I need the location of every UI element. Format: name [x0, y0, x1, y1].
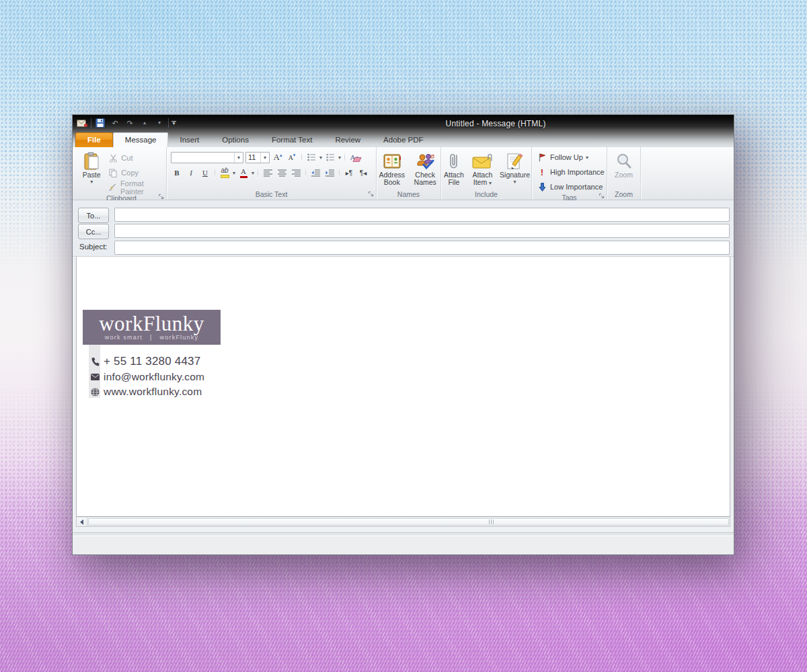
italic-button[interactable]: I: [185, 167, 197, 179]
magnifier-icon: [615, 151, 633, 171]
font-color-button[interactable]: A: [237, 167, 249, 179]
phone-row: + 55 11 3280 4437: [90, 355, 204, 368]
paste-dropdown-caret[interactable]: ▾: [90, 179, 93, 185]
follow-up-label: Follow Up: [550, 153, 583, 161]
follow-up-flag-icon: [537, 152, 547, 163]
tab-message[interactable]: Message: [113, 132, 169, 147]
follow-up-button[interactable]: Follow Up ▾: [535, 151, 606, 164]
numbering-button[interactable]: [324, 151, 336, 163]
horizontal-scrollbar[interactable]: [76, 517, 730, 527]
align-right-button[interactable]: [290, 167, 302, 179]
font-name-dropdown-icon[interactable]: ▾: [234, 153, 243, 163]
quick-access-toolbar: ↶ ↷ ▴ ▾ ▾: [76, 117, 176, 129]
email-row: info@workflunky.com: [90, 371, 204, 383]
right-to-left-button[interactable]: ¶◂: [357, 167, 369, 179]
copy-button[interactable]: Copy: [106, 166, 166, 179]
cc-row: Cc...: [73, 224, 734, 239]
attach-file-button[interactable]: Attach File: [441, 150, 467, 187]
tab-format-text[interactable]: Format Text: [260, 132, 324, 147]
clear-formatting-button[interactable]: Aa: [348, 151, 360, 163]
font-size-dropdown-icon[interactable]: ▾: [260, 153, 269, 163]
basic-text-group-label: Basic Text: [256, 190, 288, 198]
signature-dropdown-icon[interactable]: ▾: [514, 179, 516, 185]
status-area: [73, 532, 734, 672]
zoom-button[interactable]: Zoom: [608, 150, 640, 180]
names-group-label: Names: [397, 190, 420, 198]
grow-font-button[interactable]: A▴: [272, 151, 284, 163]
font-color-dropdown-icon[interactable]: ▾: [252, 170, 254, 176]
underline-button[interactable]: U: [199, 167, 211, 179]
check-names-button[interactable]: @ Check Names: [410, 150, 441, 187]
cut-label: Cut: [121, 154, 132, 162]
scrollbar-thumb[interactable]: [88, 518, 729, 526]
signature-email[interactable]: info@workflunky.com: [104, 371, 204, 383]
redo-icon[interactable]: ↷: [124, 118, 136, 128]
numbering-dropdown-icon[interactable]: ▾: [338, 155, 341, 161]
signature-website[interactable]: www.workflunky.com: [104, 386, 202, 398]
attach-file-label: Attach File: [443, 171, 465, 186]
message-body[interactable]: workFlunky work smart | workFlunky + 55 …: [76, 257, 730, 517]
address-book-button[interactable]: Address Book: [377, 150, 408, 187]
high-importance-button[interactable]: ! High Importance: [535, 165, 606, 179]
to-input[interactable]: [114, 208, 730, 222]
paste-label: Paste: [83, 171, 101, 179]
status-bar: [73, 536, 734, 554]
text-highlight-button[interactable]: ab: [219, 167, 231, 179]
decrease-indent-button[interactable]: [309, 167, 321, 179]
outlook-item-icon: [76, 118, 88, 128]
text-highlight-dropdown-icon[interactable]: ▾: [233, 170, 235, 176]
email-icon: [90, 374, 100, 380]
left-to-right-button[interactable]: ▸¶: [343, 167, 355, 179]
cc-button[interactable]: Cc...: [78, 224, 109, 239]
font-name-combo[interactable]: ▾: [171, 152, 243, 163]
previous-item-icon[interactable]: ▴: [139, 118, 151, 128]
format-painter-button[interactable]: Format Painter: [106, 181, 166, 194]
cc-input[interactable]: [114, 224, 730, 238]
tab-adobe-pdf[interactable]: Adobe PDF: [372, 132, 434, 147]
signature-button[interactable]: Signature ▾: [498, 150, 531, 186]
low-importance-button[interactable]: Low Importance: [535, 180, 606, 194]
subject-input[interactable]: [114, 241, 730, 255]
format-painter-brush-icon: [108, 182, 118, 193]
tags-dialog-launcher-icon[interactable]: [599, 193, 605, 200]
ribbon-group-tags: Follow Up ▾ ! High Importance Low Import…: [532, 147, 607, 200]
shrink-font-button[interactable]: A▾: [286, 151, 298, 163]
cut-button[interactable]: Cut: [106, 151, 166, 165]
tab-options[interactable]: Options: [210, 132, 260, 147]
attach-item-dropdown-icon[interactable]: ▾: [489, 180, 492, 186]
bullets-button[interactable]: [305, 151, 317, 163]
follow-up-dropdown-icon[interactable]: ▾: [586, 155, 588, 161]
attach-item-button[interactable]: Attach Item ▾: [469, 150, 496, 188]
include-group-label: Include: [475, 190, 498, 198]
clipboard-dialog-launcher-icon[interactable]: [158, 194, 165, 200]
tab-review[interactable]: Review: [323, 132, 372, 147]
undo-icon[interactable]: ↶: [109, 118, 121, 128]
bold-button[interactable]: B: [171, 167, 183, 179]
to-button[interactable]: To...: [78, 208, 109, 223]
ribbon-empty-space: [641, 147, 734, 200]
tab-file[interactable]: File: [75, 132, 113, 147]
signature-pencil-icon: [506, 151, 524, 171]
save-icon[interactable]: [94, 118, 106, 128]
scroll-left-icon: [80, 519, 83, 525]
qat-separator: [168, 118, 169, 128]
next-item-icon[interactable]: ▾: [153, 118, 165, 128]
scroll-left-arrow[interactable]: [77, 517, 87, 526]
scrollbar-track[interactable]: [87, 517, 730, 526]
zoom-label: Zoom: [615, 171, 633, 179]
bullets-dropdown-icon[interactable]: ▾: [319, 155, 322, 161]
basic-text-dialog-launcher-icon[interactable]: [368, 191, 375, 198]
low-importance-label: Low Importance: [550, 183, 603, 191]
paste-button[interactable]: Paste ▾: [77, 150, 106, 186]
to-row: To...: [73, 208, 734, 222]
font-size-combo[interactable]: 11 ▾: [245, 152, 270, 163]
signature-label: Signature: [500, 171, 530, 179]
tab-insert[interactable]: Insert: [168, 132, 210, 147]
align-left-button[interactable]: [262, 167, 274, 179]
customize-qat-icon[interactable]: ▾: [171, 121, 176, 126]
signature-phone: + 55 11 3280 4437: [104, 355, 200, 368]
cut-scissors-icon: [108, 153, 118, 163]
window-title: Untitled - Message (HTML): [271, 119, 720, 128]
increase-indent-button[interactable]: [323, 167, 336, 179]
align-center-button[interactable]: [276, 167, 288, 179]
